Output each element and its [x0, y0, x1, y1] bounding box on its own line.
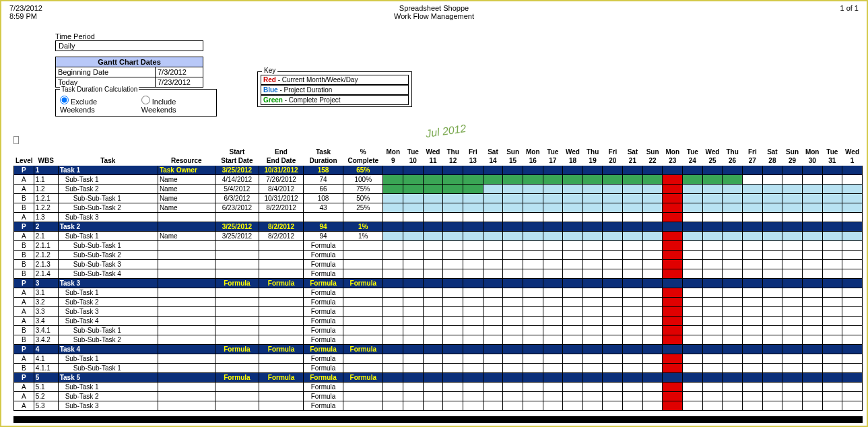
cell: 1.2.2	[34, 203, 58, 213]
gantt-cell	[383, 326, 403, 335]
key-red: Red - Current Month/Week/Day	[261, 75, 409, 85]
gantt-cell	[822, 251, 842, 260]
table-row[interactable]: P2Task 23/25/20128/2/2012941%	[14, 222, 863, 232]
bottom-scrollbar[interactable]	[13, 416, 863, 423]
gantt-cell	[503, 269, 523, 279]
gantt-cell	[483, 326, 503, 335]
table-row[interactable]: A1.3Sub-Task 3	[14, 213, 863, 222]
table-row[interactable]: A5.2Sub-Task 2Formula	[14, 392, 863, 401]
gantt-cell	[582, 345, 603, 354]
gantt-cell	[423, 241, 443, 251]
cell: Sub-Sub-Task 1	[58, 194, 158, 203]
gantt-cell	[802, 307, 822, 317]
cell: Name	[158, 203, 215, 213]
gantt-cell	[523, 326, 543, 335]
cell	[259, 364, 304, 373]
table-row[interactable]: B1.2.1Sub-Sub-Task 1Name6/3/201210/31/20…	[14, 194, 863, 203]
table-row[interactable]: P1Task 1Task Owner3/25/201210/31/2012158…	[14, 166, 863, 175]
gantt-cell	[463, 298, 483, 307]
gantt-cell	[683, 260, 703, 269]
gantt-cell	[523, 364, 543, 373]
day-header: Mon	[663, 147, 683, 157]
cell: Name	[158, 194, 215, 203]
gantt-cell	[523, 335, 543, 345]
gantt-cell	[723, 354, 743, 364]
gantt-cell	[702, 203, 723, 213]
cell: 5.2	[34, 392, 58, 401]
table-row[interactable]: A5.3Sub-Task 3Formula	[14, 401, 863, 411]
scroll-left-icon[interactable]	[13, 136, 19, 144]
day-header: Sun	[642, 147, 663, 157]
table-row[interactable]: A1.2Sub-Task 2Name5/4/20128/4/20126675%	[14, 185, 863, 194]
gantt-cell	[403, 288, 424, 298]
gantt-cell	[782, 354, 803, 364]
cell	[158, 279, 215, 288]
table-row[interactable]: A5.1Sub-Task 1Formula	[14, 383, 863, 392]
gantt-cell	[642, 166, 663, 175]
cell	[215, 401, 259, 411]
gantt-cell	[762, 326, 782, 335]
gantt-cell	[782, 166, 803, 175]
cell: 10/31/2012	[259, 194, 304, 203]
cell: Formula	[303, 307, 343, 317]
gantt-cell	[623, 288, 643, 298]
gantt-cell	[543, 166, 563, 175]
table-row[interactable]: P4Task 4FormulaFormulaFormulaFormula	[14, 345, 863, 354]
gantt-cell	[802, 232, 822, 241]
table-row[interactable]: A3.1Sub-Task 1Formula	[14, 288, 863, 298]
gantt-cell	[603, 175, 623, 185]
gcd-begin-value[interactable]: 7/3/2012	[156, 67, 203, 77]
table-row[interactable]: A2.1Sub-Task 1Name3/25/20128/2/2012941%	[14, 232, 863, 241]
gantt-cell	[822, 401, 842, 411]
table-row[interactable]: B2.1.1Sub-Sub-Task 1Formula	[14, 241, 863, 251]
exclude-weekends-radio[interactable]	[60, 96, 69, 104]
cell: Sub-Sub-Task 1	[58, 364, 158, 373]
table-row[interactable]: B3.4.1Sub-Sub-Task 1Formula	[14, 326, 863, 335]
gantt-cell	[463, 364, 483, 373]
gcd-today-value[interactable]: 7/23/2012	[156, 77, 203, 87]
cell	[259, 383, 304, 392]
table-row[interactable]: P5Task 5FormulaFormulaFormulaFormula	[14, 373, 863, 383]
table-row[interactable]: B2.1.4Sub-Sub-Task 4Formula	[14, 269, 863, 279]
gantt-cell	[762, 194, 782, 203]
cell	[215, 335, 259, 345]
gantt-cell	[543, 335, 563, 345]
exclude-weekends-option[interactable]: Exclude Weekends	[60, 96, 133, 114]
table-row[interactable]: B3.4.2Sub-Sub-Task 2Formula	[14, 335, 863, 345]
gantt-cell	[842, 373, 863, 383]
day-header: Tue	[822, 147, 842, 157]
table-row[interactable]: A3.3Sub-Task 3Formula	[14, 307, 863, 317]
cell: 108	[303, 194, 343, 203]
gantt-cell	[723, 279, 743, 288]
gantt-cell	[642, 392, 663, 401]
day-header: Sun	[782, 147, 803, 157]
gantt-cell	[463, 401, 483, 411]
cell: Formula	[303, 260, 343, 269]
gantt-cell	[403, 269, 424, 279]
table-row[interactable]: B2.1.2Sub-Sub-Task 2Formula	[14, 251, 863, 260]
gantt-cell	[383, 185, 403, 194]
gantt-cell	[822, 383, 842, 392]
table-row[interactable]: P3Task 3FormulaFormulaFormulaFormula	[14, 279, 863, 288]
gantt-cell	[563, 326, 583, 335]
cell: Sub-Sub-Task 2	[58, 335, 158, 345]
time-period-input[interactable]: Daily	[55, 40, 203, 51]
gantt-cell	[483, 232, 503, 241]
table-row[interactable]: A3.2Sub-Task 2Formula	[14, 298, 863, 307]
table-row[interactable]: B2.1.3Sub-Sub-Task 3Formula	[14, 260, 863, 269]
table-row[interactable]: A1.1Sub-Task 1Name4/14/20127/26/20127410…	[14, 175, 863, 185]
day-header: Sat	[483, 147, 503, 157]
cell: 8/2/2012	[259, 232, 304, 241]
table-row[interactable]: A3.4Sub-Task 4Formula	[14, 317, 863, 326]
table-row[interactable]: B1.2.2Sub-Sub-Task 2Name6/23/20128/22/20…	[14, 203, 863, 213]
gantt-cell	[463, 166, 483, 175]
gantt-cell	[702, 373, 723, 383]
table-row[interactable]: B4.1.1Sub-Sub-Task 1Formula	[14, 364, 863, 373]
include-weekends-radio[interactable]	[141, 96, 150, 104]
table-row[interactable]: A4.1Sub-Task 1Formula	[14, 354, 863, 364]
gantt-cell	[723, 364, 743, 373]
gantt-cell	[822, 222, 842, 232]
day-header: Wed	[563, 147, 583, 157]
gantt-cell	[503, 232, 523, 241]
include-weekends-option[interactable]: Include Weekends	[141, 96, 212, 114]
